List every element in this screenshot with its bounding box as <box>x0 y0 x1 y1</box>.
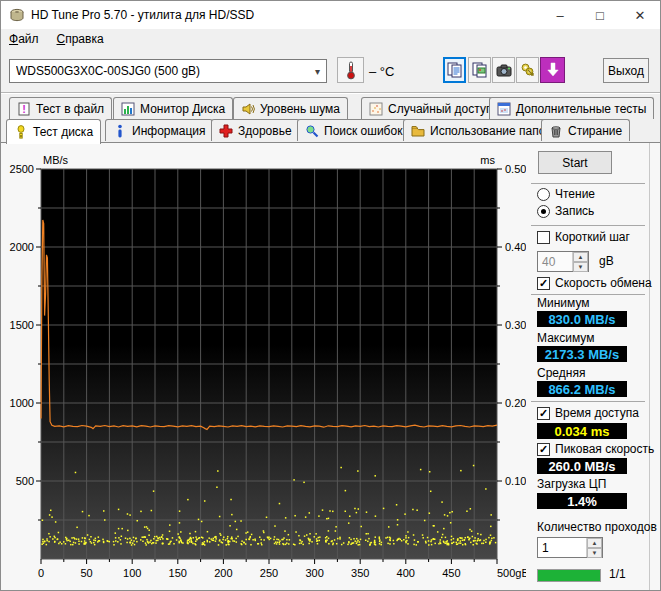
checkbox-checked-icon <box>537 277 550 290</box>
svg-text:0.20: 0.20 <box>505 397 526 409</box>
radio-selected-icon <box>537 205 550 218</box>
stepper-arrows-icon[interactable]: ▲▼ <box>572 252 588 271</box>
tab-label: Поиск ошибок <box>324 124 402 138</box>
tab-erase[interactable]: Стирание <box>541 119 630 141</box>
tab-label: Тест в файл <box>36 102 104 116</box>
svg-text:0.40: 0.40 <box>505 241 526 253</box>
read-radio[interactable]: Чтение <box>537 187 595 201</box>
separator <box>531 401 645 402</box>
checkbox-icon <box>537 231 550 244</box>
burst-rate-value: 260.0 MB/s <box>537 458 627 474</box>
tab-label: Стирание <box>568 124 622 138</box>
svg-text:100: 100 <box>123 567 141 579</box>
svg-text:400: 400 <box>397 567 415 579</box>
copy-image-button[interactable] <box>468 57 491 83</box>
separator <box>531 294 645 295</box>
tab-label: Использование папок <box>430 124 551 138</box>
close-button[interactable]: ✕ <box>620 1 660 29</box>
file-exclamation-icon: ! <box>17 102 31 116</box>
cpu-usage-label: Загрузка ЦП <box>537 477 606 491</box>
short-stride-label: Короткий шаг <box>555 230 630 244</box>
drive-select-value: WDS500G3X0C-00SJG0 (500 gB) <box>16 64 315 78</box>
tab-disk-monitor[interactable]: Монитор Диска <box>113 97 233 119</box>
svg-text:250: 250 <box>260 567 278 579</box>
exit-button[interactable]: Выход <box>603 58 649 83</box>
tab-test-to-file[interactable]: ! Тест в файл <box>9 97 112 119</box>
maximize-button[interactable]: □ <box>580 1 620 29</box>
tab-noise-level[interactable]: Уровень шума <box>233 97 348 119</box>
tab-error-scan[interactable]: Поиск ошибок <box>297 119 410 141</box>
magnifier-icon <box>305 124 319 138</box>
svg-text:450: 450 <box>442 567 460 579</box>
benchmark-chart: MB/sms50010001500200025000.100.200.300.4… <box>1 151 526 591</box>
pass-count-value: 1 <box>538 538 586 557</box>
minimize-button[interactable]: – <box>540 1 580 29</box>
tab-strip: ! Тест в файл Монитор Диска Уровень шума… <box>1 95 660 142</box>
stride-value: 40 <box>538 252 572 271</box>
folder-icon <box>411 124 425 138</box>
tab-label: Дополнительные тесты <box>516 102 646 116</box>
app-window: HD Tune Pro 5.70 - утилита для HD/SSD – … <box>0 0 661 591</box>
access-time-label: Время доступа <box>555 406 639 420</box>
copy-image-icon <box>472 62 487 78</box>
toolbar: WDS500G3X0C-00SJG0 (500 gB) ▾ – °C <box>1 49 660 92</box>
minimum-value: 830.0 MB/s <box>537 311 627 327</box>
speaker-icon <box>241 102 255 116</box>
tab-health[interactable]: Здоровье <box>211 119 300 141</box>
extra-tests-icon <box>497 102 511 116</box>
copy-text-icon <box>447 62 462 78</box>
separator <box>531 225 645 226</box>
tab-disk-test[interactable]: Тест диска <box>6 119 101 144</box>
svg-text:2000: 2000 <box>10 241 34 253</box>
menu-file[interactable]: Файл <box>9 32 39 46</box>
download-button[interactable] <box>540 57 565 83</box>
svg-text:150: 150 <box>169 567 187 579</box>
short-stride-checkbox[interactable]: Короткий шаг <box>537 230 630 244</box>
menu-bar: Файл Справка <box>1 29 660 49</box>
menu-help[interactable]: Справка <box>57 32 104 46</box>
pass-count-stepper[interactable]: 1 ▲▼ <box>537 537 603 558</box>
copy-text-button[interactable] <box>443 57 466 83</box>
tab-label: Тест диска <box>33 125 93 139</box>
svg-text:1500: 1500 <box>10 319 34 331</box>
stepper-arrows-icon[interactable]: ▲▼ <box>586 538 602 557</box>
tab-label: Здоровье <box>238 124 292 138</box>
write-radio-label: Запись <box>555 204 594 218</box>
toolbar-separator <box>1 92 660 94</box>
svg-text:350: 350 <box>351 567 369 579</box>
tab-folder-usage[interactable]: Использование папок <box>403 119 559 141</box>
svg-text:300: 300 <box>305 567 323 579</box>
write-radio[interactable]: Запись <box>537 204 594 218</box>
start-button[interactable]: Start <box>538 151 612 174</box>
temperature-button[interactable] <box>337 57 364 83</box>
access-time-checkbox[interactable]: Время доступа <box>537 406 639 420</box>
checkbox-checked-icon <box>537 443 550 456</box>
exclamation-icon <box>14 125 28 139</box>
screenshot-button[interactable] <box>492 57 515 83</box>
transfer-rate-checkbox[interactable]: Скорость обмена <box>537 276 652 290</box>
temperature-value: – °C <box>369 64 394 79</box>
save-results-button[interactable] <box>516 57 539 83</box>
thermometer-icon <box>345 60 357 80</box>
transfer-rate-label: Скорость обмена <box>555 276 652 290</box>
radio-icon <box>537 188 550 201</box>
svg-text:2500: 2500 <box>10 163 34 175</box>
access-time-value: 0.034 ms <box>537 423 627 439</box>
tab-extra-tests[interactable]: Дополнительные тесты <box>489 97 654 119</box>
svg-text:0: 0 <box>38 567 44 579</box>
gold-keys-icon <box>520 62 536 78</box>
svg-text:200: 200 <box>214 567 232 579</box>
burst-rate-label: Пиковая скорость <box>555 442 654 456</box>
app-disk-icon <box>9 7 25 23</box>
stride-stepper[interactable]: 40 ▲▼ <box>537 251 589 272</box>
burst-rate-checkbox[interactable]: Пиковая скорость <box>537 442 654 456</box>
tab-random-access[interactable]: Случайный доступ <box>361 97 500 119</box>
drive-select[interactable]: WDS500G3X0C-00SJG0 (500 gB) ▾ <box>9 59 327 83</box>
svg-text:ms: ms <box>480 154 495 166</box>
cpu-usage-value: 1.4% <box>537 493 627 509</box>
maximum-label: Максимум <box>537 331 594 345</box>
tab-information[interactable]: Информация <box>105 119 213 141</box>
info-icon <box>113 124 127 138</box>
tab-label: Монитор Диска <box>140 102 225 116</box>
average-value: 866.2 MB/s <box>537 381 627 397</box>
